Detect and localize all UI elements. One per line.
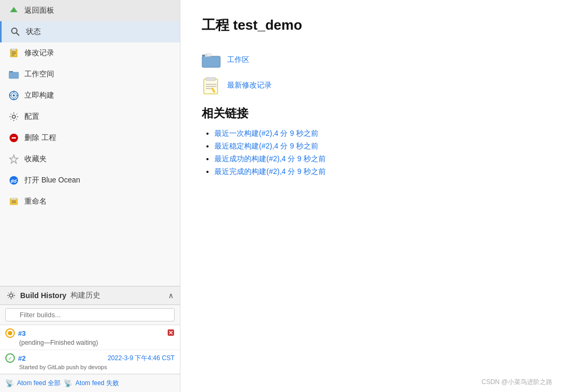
- build-history-title-en: Build History: [20, 291, 66, 300]
- sidebar-item-label: 状态: [26, 27, 41, 37]
- sidebar-item-config[interactable]: 配置: [0, 106, 180, 127]
- sidebar-item-delete-project[interactable]: 删除 工程: [0, 127, 180, 149]
- build-2-time[interactable]: 2022-3-9 下午4:46 CST: [108, 354, 175, 363]
- sidebar-item-label: 打开 Blue Ocean: [24, 176, 80, 185]
- sidebar-item-label: 立即构建: [24, 91, 54, 100]
- sidebar: 返回面板 状态 修改记录: [0, 0, 180, 392]
- sidebar-item-label: 重命名: [24, 197, 47, 206]
- sidebar-item-label: 修改记录: [24, 48, 54, 58]
- latest-change-link-item: 最新修改记录: [202, 76, 542, 95]
- related-links-list: 最近一次构建(#2),4 分 9 秒之前 最近稳定构建(#2),4 分 9 秒之…: [202, 129, 542, 177]
- svg-point-26: [8, 331, 12, 335]
- atom-icon-all: 📡: [5, 379, 14, 387]
- build-item-3[interactable]: #3 (pending—Finished waiting): [0, 325, 180, 350]
- workspace-section: 工作区 最新修改记录: [202, 50, 542, 95]
- related-link-2[interactable]: 最近成功的构建(#2),4 分 9 秒之前: [214, 154, 326, 163]
- related-link-3[interactable]: 最近完成的构建(#2),4 分 9 秒之前: [214, 167, 326, 176]
- svg-rect-8: [9, 72, 19, 79]
- folder-icon: [8, 69, 19, 80]
- build-3-status-icon: [5, 328, 15, 338]
- build-3-number[interactable]: #3: [18, 329, 25, 337]
- build-history-gear-icon: [6, 291, 16, 300]
- workspace-link[interactable]: 工作区: [227, 55, 249, 65]
- latest-change-link[interactable]: 最新修改记录: [227, 81, 272, 90]
- svg-rect-22: [11, 198, 16, 199]
- list-item: 最近稳定构建(#2),4 分 9 秒之前: [214, 142, 542, 151]
- build-item-3-header: #3: [5, 328, 175, 338]
- filter-input-wrap: 🔍: [0, 305, 180, 325]
- atom-icon-fail: 📡: [64, 379, 72, 387]
- rename-icon: [8, 196, 19, 207]
- sidebar-nav: 返回面板 状态 修改记录: [0, 0, 180, 286]
- list-item: 最近完成的构建(#2),4 分 9 秒之前: [214, 167, 542, 177]
- atom-feed-fail-link[interactable]: Atom feed 失败: [75, 379, 119, 388]
- chevron-up-icon: [168, 291, 174, 300]
- build-list: #3 (pending—Finished waiting): [0, 325, 180, 374]
- atom-feed-all-link[interactable]: Atom feed 全部: [17, 379, 60, 388]
- svg-rect-32: [207, 54, 211, 57]
- sidebar-item-label: 删除 工程: [24, 133, 56, 143]
- svg-marker-0: [10, 7, 18, 12]
- sidebar-item-rename[interactable]: 重命名: [0, 191, 180, 212]
- sidebar-item-favorites[interactable]: 收藏夹: [0, 149, 180, 170]
- sidebar-item-label: 配置: [24, 112, 39, 121]
- build-history-header-left: Build History 构建历史: [6, 291, 100, 300]
- sidebar-item-blue-ocean[interactable]: 打开 Blue Ocean: [0, 170, 180, 191]
- svg-point-25: [10, 294, 13, 297]
- build-history-footer: 📡 Atom feed 全部 📡 Atom feed 失败: [0, 374, 180, 392]
- related-link-0[interactable]: 最近一次构建(#2),4 分 9 秒之前: [214, 129, 318, 137]
- atom-feed-all-suffix: 全部: [48, 379, 60, 387]
- svg-point-1: [12, 28, 17, 33]
- build-2-status-icon: ✓: [5, 353, 15, 363]
- sidebar-item-change-log[interactable]: 修改记录: [0, 42, 180, 64]
- sidebar-item-status[interactable]: 状态: [0, 21, 180, 42]
- blue-ocean-icon: [8, 175, 19, 186]
- svg-rect-34: [206, 77, 215, 81]
- delete-icon: [8, 133, 19, 143]
- sidebar-item-back-to-panel[interactable]: 返回面板: [0, 0, 180, 21]
- build-item-3-left: #3: [5, 328, 25, 338]
- workspace-folder-icon: [202, 50, 221, 69]
- build-item-2[interactable]: ✓ #2 2022-3-9 下午4:46 CST Started by GitL…: [0, 350, 180, 374]
- svg-rect-30: [202, 56, 220, 67]
- build-history-header[interactable]: Build History 构建历史: [0, 286, 180, 305]
- atom-feed-all-label: Atom feed: [17, 379, 46, 387]
- star-icon: [8, 154, 19, 164]
- sidebar-item-build-now[interactable]: 立即构建: [0, 85, 180, 106]
- page-title: 工程 test_demo: [202, 16, 542, 34]
- svg-marker-19: [10, 155, 18, 163]
- search-icon: [10, 27, 21, 37]
- build-history-panel: Build History 构建历史 🔍: [0, 286, 180, 392]
- filter-builds-input[interactable]: [5, 308, 175, 321]
- build-icon: [8, 90, 19, 101]
- related-link-1[interactable]: 最近稳定构建(#2),4 分 9 秒之前: [214, 142, 318, 150]
- build-3-delete-icon[interactable]: [167, 329, 175, 338]
- latest-change-notepad-icon: [202, 76, 221, 95]
- build-item-2-header: ✓ #2 2022-3-9 下午4:46 CST: [5, 353, 175, 363]
- arrow-up-icon: [8, 5, 19, 16]
- svg-point-16: [12, 115, 15, 118]
- build-2-number[interactable]: #2: [18, 354, 25, 362]
- sidebar-item-label: 返回面板: [24, 6, 54, 15]
- atom-feed-fail-suffix: 失败: [106, 379, 119, 387]
- svg-line-2: [16, 33, 19, 36]
- gear-icon: [8, 111, 19, 122]
- build-2-started-by: Started by GitLab push by devops: [19, 364, 175, 370]
- main-content: 工程 test_demo 工作区: [180, 0, 563, 392]
- related-links-section: 相关链接 最近一次构建(#2),4 分 9 秒之前 最近稳定构建(#2),4 分…: [202, 106, 542, 177]
- svg-point-15: [13, 94, 15, 97]
- watermark: CSDN @小菜鸟进阶之路: [481, 378, 552, 387]
- list-item: 最近一次构建(#2),4 分 9 秒之前: [214, 129, 542, 138]
- list-item: 最近成功的构建(#2),4 分 9 秒之前: [214, 154, 542, 164]
- workspace-link-item: 工作区: [202, 50, 542, 69]
- build-3-status-text: (pending—Finished waiting): [19, 339, 175, 346]
- build-history-title-cn: 构建历史: [71, 291, 100, 300]
- atom-feed-fail-label: Atom feed: [75, 379, 105, 387]
- filter-input-container: 🔍: [5, 308, 175, 321]
- sidebar-item-workspace[interactable]: 工作空间: [0, 64, 180, 85]
- sidebar-item-label: 收藏夹: [24, 154, 47, 164]
- sidebar-item-label: 工作空间: [24, 69, 54, 79]
- related-links-title: 相关链接: [202, 106, 542, 121]
- notepad-icon: [8, 48, 19, 58]
- svg-rect-4: [12, 49, 16, 50]
